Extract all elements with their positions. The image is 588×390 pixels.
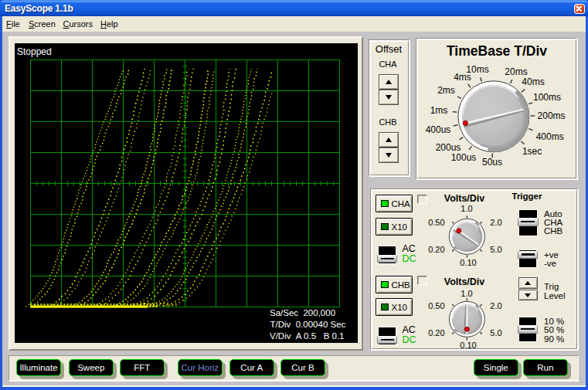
svg-text:T/Div 0.00040 Sec: T/Div 0.00040 Sec bbox=[270, 320, 346, 329]
svg-text:V/Div A 0.5 B 0.1: V/Div A 0.5 B 0.1 bbox=[270, 331, 345, 341]
svg-text:Stopped: Stopped bbox=[17, 46, 52, 57]
svg-text:Sa/Sec 200,000: Sa/Sec 200,000 bbox=[270, 308, 335, 317]
